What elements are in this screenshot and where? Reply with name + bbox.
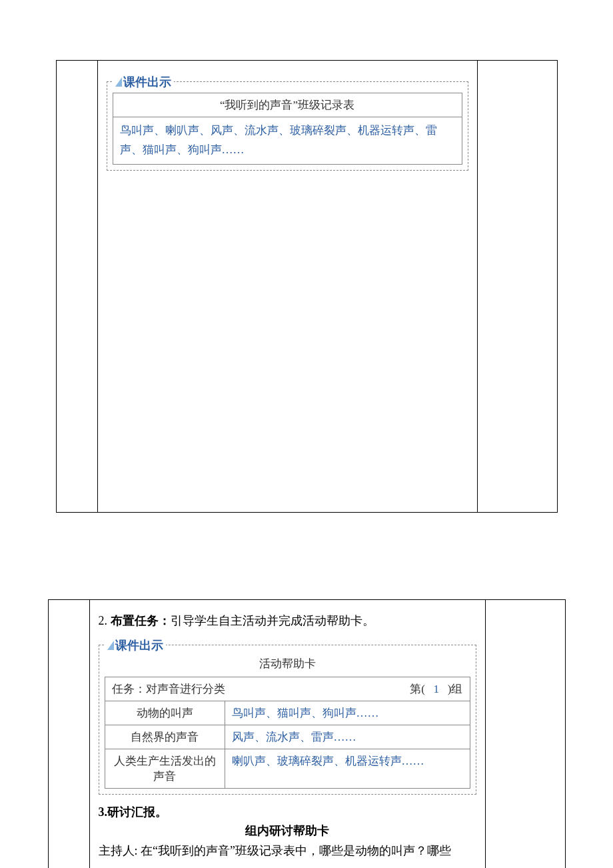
task-number: 2.	[99, 614, 108, 627]
courseware-label-2: 课件出示	[105, 637, 166, 653]
courseware-label-text-2: 课件出示	[115, 637, 163, 653]
outer-table-block-2: 2. 布置任务：引导学生自主活动并完成活动帮助卡。 课件出示 活动帮助卡	[48, 599, 566, 868]
courseware-panel-1: 课件出示 “我听到的声音”班级记录表 鸟叫声、喇叭声、风声、流水声、玻璃碎裂声、…	[107, 81, 468, 171]
category-cell: 自然界的声音	[105, 725, 225, 749]
task-body: 引导学生自主活动并完成活动帮助卡。	[171, 614, 374, 627]
courseware-panel-2: 课件出示 活动帮助卡 任务：对声音进行分类 第(	[99, 645, 476, 795]
arrow-icon	[107, 641, 114, 650]
examples-cell: 喇叭声、玻璃碎裂声、机器运转声……	[225, 749, 470, 789]
examples-cell: 鸟叫声、猫叫声、狗叫声……	[225, 701, 470, 725]
sounds-record-table: “我听到的声音”班级记录表 鸟叫声、喇叭声、风声、流水声、玻璃碎裂声、机器运转声…	[113, 93, 462, 165]
help-card-title: 活动帮助卡	[105, 656, 470, 671]
section-3-heading: 3.研讨汇报。	[99, 804, 476, 820]
table-row: 动物的叫声 鸟叫声、猫叫声、狗叫声……	[105, 701, 470, 725]
courseware-label-text-1: 课件出示	[123, 74, 171, 90]
right-margin-cell-2	[485, 600, 565, 869]
arrow-icon	[115, 77, 122, 87]
sounds-record-content: 鸟叫声、喇叭声、风声、流水声、玻璃碎裂声、机器运转声、雷声、猫叫声、狗叫声……	[113, 117, 462, 165]
help-task-label: 任务：对声音进行分类	[112, 681, 225, 697]
group-number: 1	[434, 683, 440, 695]
left-margin-cell-2	[48, 600, 89, 869]
table-row: 人类生产生活发出的声音 喇叭声、玻璃碎裂声、机器运转声……	[105, 749, 470, 789]
main-content-cell-2: 2. 布置任务：引导学生自主活动并完成活动帮助卡。 课件出示 活动帮助卡	[89, 600, 485, 869]
group-prefix: 第(	[410, 683, 425, 695]
left-margin-cell-1	[56, 61, 97, 513]
category-cell: 动物的叫声	[105, 701, 225, 725]
help-group-cell: 第( 1 )组	[410, 681, 462, 697]
host-line: 主持人: 在“我听到的声音”班级记录表中，哪些是动物的叫声？哪些	[99, 840, 476, 861]
activity-help-table: 任务：对声音进行分类 第( 1 )组	[105, 677, 470, 789]
help-head-row: 任务：对声音进行分类 第( 1 )组	[105, 677, 470, 701]
outer-table-block-1: 课件出示 “我听到的声音”班级记录表 鸟叫声、喇叭声、风声、流水声、玻璃碎裂声、…	[56, 60, 558, 513]
category-cell: 人类生产生活发出的声音	[105, 749, 225, 789]
group-suffix: )组	[448, 683, 463, 695]
sounds-record-title: “我听到的声音”班级记录表	[113, 93, 462, 117]
group-discussion-heading: 组内研讨帮助卡	[99, 823, 476, 839]
task-assignment-line: 2. 布置任务：引导学生自主活动并完成活动帮助卡。	[99, 610, 476, 631]
examples-cell: 风声、流水声、雷声……	[225, 725, 470, 749]
main-content-cell-1: 课件出示 “我听到的声音”班级记录表 鸟叫声、喇叭声、风声、流水声、玻璃碎裂声、…	[97, 61, 477, 513]
courseware-label-1: 课件出示	[113, 74, 174, 90]
task-label: 布置任务：	[111, 614, 171, 627]
table-row: 自然界的声音 风声、流水声、雷声……	[105, 725, 470, 749]
right-margin-cell-1	[477, 61, 557, 513]
